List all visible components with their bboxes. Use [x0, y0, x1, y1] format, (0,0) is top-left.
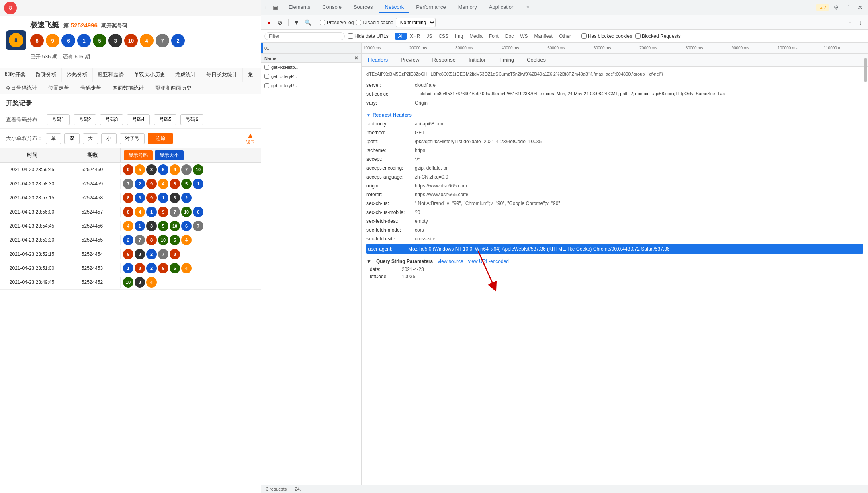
- size-info: 24.: [295, 487, 301, 491]
- disable-cache-checkbox[interactable]: Disable cache: [356, 20, 393, 25]
- sub-menu-position[interactable]: 位置走势: [43, 82, 75, 94]
- has-blocked-cookies-input[interactable]: [581, 33, 587, 39]
- game-icon: 8: [6, 30, 26, 50]
- filter-doc[interactable]: Doc: [502, 33, 517, 40]
- back-icon[interactable]: ▲ 返回: [246, 131, 255, 146]
- filter2-btn-big[interactable]: 大: [83, 133, 98, 144]
- record-button[interactable]: ●: [264, 18, 273, 27]
- filter-img[interactable]: Img: [452, 33, 466, 40]
- request-item-2[interactable]: getLotteryP...: [261, 72, 361, 81]
- tab-sources[interactable]: Sources: [348, 2, 379, 13]
- filter2-btn-double[interactable]: 双: [64, 133, 80, 144]
- export-button[interactable]: ↓: [856, 18, 865, 27]
- warning-badge: ▲2: [816, 4, 829, 11]
- tab-application[interactable]: Application: [483, 2, 520, 13]
- filter2-btn-single[interactable]: 单: [46, 133, 61, 144]
- req-checkbox-1[interactable]: [264, 65, 269, 70]
- tab-cookies[interactable]: Cookies: [520, 54, 552, 66]
- td-time: 2021-04-23 23:49:45: [0, 277, 64, 288]
- td-time: 2021-04-23 23:58:30: [0, 179, 64, 189]
- filter-all[interactable]: All: [395, 33, 407, 40]
- blocked-requests-input[interactable]: [635, 33, 641, 39]
- has-blocked-cookies-checkbox[interactable]: Has blocked cookies: [581, 33, 632, 39]
- sub-menu-today[interactable]: 今日号码统计: [0, 82, 43, 94]
- view-source-link[interactable]: view source: [438, 259, 463, 264]
- menu-dragon[interactable]: 龙: [243, 68, 258, 82]
- view-url-encoded-link[interactable]: view URL-encoded: [468, 259, 509, 264]
- sub-menu-two-side[interactable]: 两面数据统计: [107, 82, 149, 94]
- tab-console[interactable]: Console: [317, 2, 347, 13]
- more-options-icon[interactable]: ⋮: [843, 3, 853, 12]
- sub-menu-two-side-history[interactable]: 冠亚和两面历史: [149, 82, 197, 94]
- throttle-select[interactable]: No throttling Fast 3G Slow 3G: [396, 18, 436, 27]
- filter-btn-3[interactable]: 号码3: [100, 114, 123, 125]
- tab-preview[interactable]: Preview: [394, 54, 426, 66]
- devtools-icon-phone[interactable]: ▣: [273, 4, 278, 11]
- menu-trend[interactable]: 冠亚和走势: [93, 68, 129, 82]
- scrollbar-thumb[interactable]: [864, 58, 867, 82]
- filter2-btn-small[interactable]: 小: [101, 133, 117, 144]
- filter-media[interactable]: Media: [466, 33, 486, 40]
- menu-dragon-tiger[interactable]: 龙虎统计: [170, 68, 201, 82]
- show-number-btn[interactable]: 显示号码: [124, 150, 153, 160]
- td-time: 2021-04-23 23:59:45: [0, 164, 64, 175]
- menu-history[interactable]: 单双大小历史: [129, 68, 170, 82]
- stop-button[interactable]: ⊘: [276, 18, 285, 27]
- close-devtools-icon[interactable]: ✕: [855, 3, 865, 12]
- tab-timing[interactable]: Timing: [492, 54, 521, 66]
- tab-network[interactable]: Network: [379, 2, 410, 13]
- disable-cache-input[interactable]: [356, 20, 361, 25]
- request-item-1[interactable]: getPksHisto...: [261, 63, 361, 72]
- small-ball: 4: [181, 235, 192, 245]
- filter-label-1: 查看号码分布：: [6, 116, 43, 123]
- filter-input[interactable]: [264, 32, 345, 40]
- filter-css[interactable]: CSS: [435, 33, 452, 40]
- tab-elements[interactable]: Elements: [283, 2, 316, 13]
- menu-roadmap[interactable]: 路珠分析: [31, 68, 62, 82]
- small-ball: 9: [158, 207, 168, 217]
- filter2-btn-pair[interactable]: 对子号: [120, 133, 145, 144]
- tab-response[interactable]: Response: [426, 54, 462, 66]
- import-button[interactable]: ↑: [845, 18, 854, 27]
- hide-data-urls-input[interactable]: [348, 33, 353, 39]
- close-detail-icon[interactable]: ✕: [354, 55, 358, 61]
- ball-6: 3: [108, 34, 122, 47]
- blocked-requests-label: Blocked Requests: [642, 33, 681, 39]
- tab-headers[interactable]: Headers: [362, 54, 394, 66]
- restore-button[interactable]: 还原: [148, 133, 173, 144]
- show-size-btn[interactable]: 显示大小: [155, 150, 184, 160]
- blocked-requests-checkbox[interactable]: Blocked Requests: [635, 33, 681, 39]
- filter-btn-1[interactable]: 号码1: [47, 114, 70, 125]
- filter-btn-2[interactable]: 号码2: [74, 114, 96, 125]
- filter-other[interactable]: Other: [556, 33, 574, 40]
- req-checkbox-3[interactable]: [264, 83, 269, 88]
- menu-hot-cold[interactable]: 冷热分析: [62, 68, 93, 82]
- menu-instant[interactable]: 即时开奖: [0, 68, 31, 82]
- tab-memory[interactable]: Memory: [452, 2, 483, 13]
- filter-button[interactable]: ▼: [292, 18, 301, 27]
- filter-btn-4[interactable]: 号码4: [127, 114, 150, 125]
- rh-sec-ch-ua: sec-ch-ua: " Not A;Brand";v="99", "Chrom…: [366, 199, 863, 208]
- tab-performance[interactable]: Performance: [410, 2, 451, 13]
- tab-initiator[interactable]: Initiator: [462, 54, 492, 66]
- sub-menu-number[interactable]: 号码走势: [75, 82, 107, 94]
- request-headers-divider[interactable]: ▼ Request Headers: [366, 110, 863, 119]
- filter-manifest[interactable]: Manifest: [531, 33, 556, 40]
- request-item-3[interactable]: getLotteryP...: [261, 81, 361, 90]
- menu-daily[interactable]: 每日长龙统计: [201, 68, 243, 82]
- hide-data-urls-checkbox[interactable]: Hide data URLs: [348, 33, 389, 39]
- tab-more[interactable]: »: [521, 2, 535, 13]
- filter-ws[interactable]: WS: [517, 33, 531, 40]
- devtools-icon-cursor[interactable]: ⬚: [264, 4, 270, 11]
- req-checkbox-2[interactable]: [264, 74, 269, 79]
- filter-js[interactable]: JS: [423, 33, 435, 40]
- filter-xhr[interactable]: XHR: [407, 33, 423, 40]
- preserve-log-checkbox[interactable]: Preserve log: [320, 20, 354, 25]
- requests-count: 3 requests: [266, 487, 287, 491]
- search-button[interactable]: 🔍: [303, 18, 312, 27]
- filter-btn-6[interactable]: 号码6: [180, 114, 203, 125]
- preserve-log-input[interactable]: [320, 20, 325, 25]
- settings-icon[interactable]: ⚙: [831, 3, 841, 12]
- filter-font[interactable]: Font: [486, 33, 502, 40]
- filter-btn-5[interactable]: 号码5: [154, 114, 177, 125]
